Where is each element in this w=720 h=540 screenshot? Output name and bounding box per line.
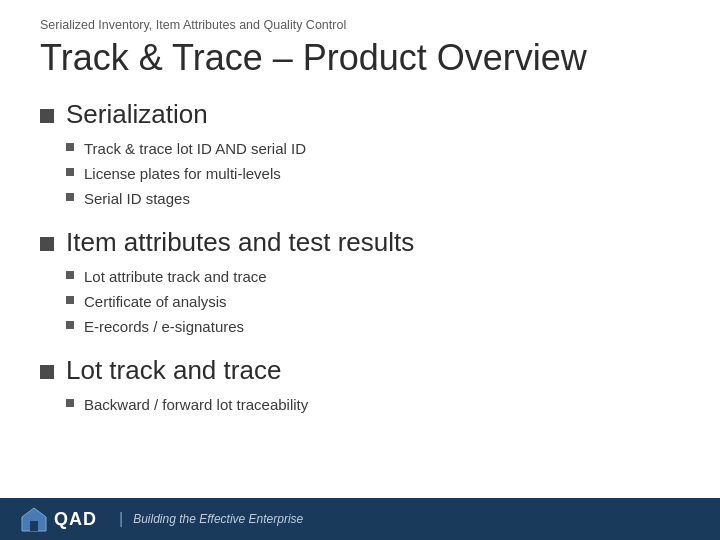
- sub-item-text: Track & trace lot ID AND serial ID: [84, 138, 306, 159]
- sub-bullet-icon: [66, 321, 74, 329]
- section-header-lot-track: Lot track and trace: [40, 355, 680, 386]
- sub-item-text: Serial ID stages: [84, 188, 190, 209]
- list-item: E-records / e-signatures: [66, 316, 680, 337]
- sub-items-lot-track: Backward / forward lot traceability: [66, 394, 680, 415]
- content-area: Serialized Inventory, Item Attributes an…: [0, 0, 720, 498]
- sub-items-item-attributes: Lot attribute track and trace Certificat…: [66, 266, 680, 337]
- footer: QAD | Building the Effective Enterprise: [0, 498, 720, 540]
- slide: Serialized Inventory, Item Attributes an…: [0, 0, 720, 540]
- sub-bullet-icon: [66, 193, 74, 201]
- sub-item-text: License plates for multi-levels: [84, 163, 281, 184]
- list-item: License plates for multi-levels: [66, 163, 680, 184]
- list-item: Lot attribute track and trace: [66, 266, 680, 287]
- bullet-icon-item-attributes: [40, 237, 54, 251]
- sub-bullet-icon: [66, 271, 74, 279]
- sub-bullet-icon: [66, 296, 74, 304]
- list-item: Track & trace lot ID AND serial ID: [66, 138, 680, 159]
- section-item-attributes: Item attributes and test results Lot att…: [40, 227, 680, 337]
- bullet-icon-serialization: [40, 109, 54, 123]
- footer-divider: |: [119, 510, 123, 528]
- main-title: Track & Trace – Product Overview: [40, 36, 680, 79]
- list-item: Certificate of analysis: [66, 291, 680, 312]
- sub-bullet-icon: [66, 143, 74, 151]
- list-item: Backward / forward lot traceability: [66, 394, 680, 415]
- section-serialization: Serialization Track & trace lot ID AND s…: [40, 99, 680, 209]
- footer-tagline: Building the Effective Enterprise: [133, 512, 303, 526]
- section-title-lot-track: Lot track and trace: [66, 355, 281, 386]
- sub-bullet-icon: [66, 168, 74, 176]
- footer-logo: QAD: [20, 505, 97, 533]
- sub-item-text: Lot attribute track and trace: [84, 266, 267, 287]
- sub-bullet-icon: [66, 399, 74, 407]
- section-header-item-attributes: Item attributes and test results: [40, 227, 680, 258]
- sub-item-text: Certificate of analysis: [84, 291, 227, 312]
- svg-rect-1: [30, 521, 38, 531]
- qad-logo-icon: [20, 505, 48, 533]
- section-lot-track: Lot track and trace Backward / forward l…: [40, 355, 680, 415]
- subtitle: Serialized Inventory, Item Attributes an…: [40, 18, 680, 32]
- sub-item-text: Backward / forward lot traceability: [84, 394, 308, 415]
- sub-item-text: E-records / e-signatures: [84, 316, 244, 337]
- section-title-item-attributes: Item attributes and test results: [66, 227, 414, 258]
- bullet-icon-lot-track: [40, 365, 54, 379]
- section-title-serialization: Serialization: [66, 99, 208, 130]
- list-item: Serial ID stages: [66, 188, 680, 209]
- section-header-serialization: Serialization: [40, 99, 680, 130]
- sub-items-serialization: Track & trace lot ID AND serial ID Licen…: [66, 138, 680, 209]
- logo-text: QAD: [54, 509, 97, 530]
